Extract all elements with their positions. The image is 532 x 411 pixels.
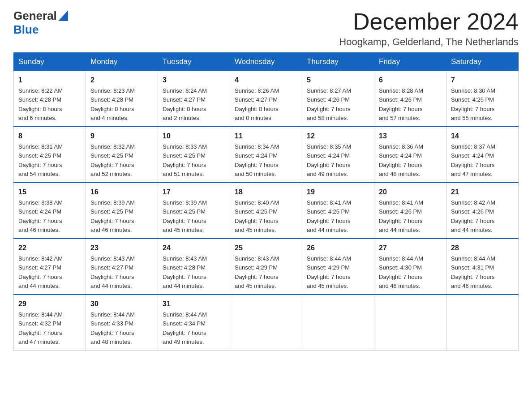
day-info: Sunrise: 8:31 AM Sunset: 4:25 PM Dayligh… [18, 143, 63, 177]
day-info: Sunrise: 8:43 AM Sunset: 4:28 PM Dayligh… [163, 255, 207, 289]
logo-general-text: General [13, 9, 57, 23]
day-number: 16 [90, 187, 153, 197]
day-info: Sunrise: 8:26 AM Sunset: 4:27 PM Dayligh… [235, 87, 279, 121]
calendar-cell: 19Sunrise: 8:41 AM Sunset: 4:25 PM Dayli… [302, 183, 374, 239]
calendar-header-row: SundayMondayTuesdayWednesdayThursdayFrid… [14, 53, 519, 71]
day-info: Sunrise: 8:22 AM Sunset: 4:28 PM Dayligh… [18, 87, 63, 121]
day-number: 23 [90, 243, 153, 253]
day-info: Sunrise: 8:42 AM Sunset: 4:27 PM Dayligh… [18, 255, 63, 289]
calendar-cell: 11Sunrise: 8:34 AM Sunset: 4:24 PM Dayli… [230, 127, 302, 183]
day-number: 30 [90, 299, 153, 309]
day-info: Sunrise: 8:34 AM Sunset: 4:24 PM Dayligh… [235, 143, 279, 177]
day-info: Sunrise: 8:33 AM Sunset: 4:25 PM Dayligh… [163, 143, 207, 177]
day-number: 6 [379, 75, 442, 86]
day-number: 22 [18, 243, 81, 253]
day-info: Sunrise: 8:23 AM Sunset: 4:28 PM Dayligh… [90, 87, 135, 121]
day-info: Sunrise: 8:39 AM Sunset: 4:25 PM Dayligh… [163, 199, 207, 233]
column-header-wednesday: Wednesday [230, 53, 302, 71]
location-subtitle: Hoogkamp, Gelderland, The Netherlands [339, 36, 519, 48]
column-header-saturday: Saturday [446, 53, 519, 71]
calendar-cell [302, 295, 374, 351]
day-info: Sunrise: 8:44 AM Sunset: 4:29 PM Dayligh… [307, 255, 351, 289]
day-info: Sunrise: 8:44 AM Sunset: 4:31 PM Dayligh… [451, 255, 495, 289]
day-number: 25 [235, 243, 297, 253]
day-number: 14 [451, 131, 514, 141]
day-number: 19 [307, 187, 369, 197]
day-info: Sunrise: 8:28 AM Sunset: 4:26 PM Dayligh… [379, 87, 423, 121]
calendar-cell: 21Sunrise: 8:42 AM Sunset: 4:26 PM Dayli… [446, 183, 519, 239]
calendar-cell: 18Sunrise: 8:40 AM Sunset: 4:25 PM Dayli… [230, 183, 302, 239]
calendar-cell [446, 295, 519, 351]
day-info: Sunrise: 8:36 AM Sunset: 4:24 PM Dayligh… [379, 143, 423, 177]
day-number: 9 [90, 131, 153, 141]
day-number: 10 [163, 131, 225, 141]
calendar-cell: 29Sunrise: 8:44 AM Sunset: 4:32 PM Dayli… [14, 295, 86, 351]
calendar-cell: 30Sunrise: 8:44 AM Sunset: 4:33 PM Dayli… [86, 295, 158, 351]
day-info: Sunrise: 8:30 AM Sunset: 4:25 PM Dayligh… [451, 87, 495, 121]
day-number: 31 [163, 299, 225, 309]
calendar-week-row: 29Sunrise: 8:44 AM Sunset: 4:32 PM Dayli… [14, 295, 519, 351]
day-number: 12 [307, 131, 369, 141]
calendar-cell: 12Sunrise: 8:35 AM Sunset: 4:24 PM Dayli… [302, 127, 374, 183]
calendar-cell: 28Sunrise: 8:44 AM Sunset: 4:31 PM Dayli… [446, 239, 519, 295]
calendar-cell: 3Sunrise: 8:24 AM Sunset: 4:27 PM Daylig… [158, 71, 230, 127]
day-info: Sunrise: 8:27 AM Sunset: 4:26 PM Dayligh… [307, 87, 351, 121]
day-info: Sunrise: 8:43 AM Sunset: 4:29 PM Dayligh… [235, 255, 279, 289]
calendar-cell: 23Sunrise: 8:43 AM Sunset: 4:27 PM Dayli… [86, 239, 158, 295]
day-info: Sunrise: 8:24 AM Sunset: 4:27 PM Dayligh… [163, 87, 207, 121]
day-number: 13 [379, 131, 442, 141]
calendar-cell: 20Sunrise: 8:41 AM Sunset: 4:26 PM Dayli… [374, 183, 446, 239]
day-number: 18 [235, 187, 297, 197]
calendar-cell: 1Sunrise: 8:22 AM Sunset: 4:28 PM Daylig… [14, 71, 86, 127]
day-number: 11 [235, 131, 297, 141]
logo-blue-text: Blue [13, 23, 39, 37]
calendar-cell: 5Sunrise: 8:27 AM Sunset: 4:26 PM Daylig… [302, 71, 374, 127]
calendar-cell: 9Sunrise: 8:32 AM Sunset: 4:25 PM Daylig… [86, 127, 158, 183]
day-info: Sunrise: 8:38 AM Sunset: 4:24 PM Dayligh… [18, 199, 63, 233]
day-number: 15 [18, 187, 81, 197]
svg-marker-0 [58, 10, 68, 21]
day-info: Sunrise: 8:41 AM Sunset: 4:25 PM Dayligh… [307, 199, 351, 233]
calendar-cell: 31Sunrise: 8:44 AM Sunset: 4:34 PM Dayli… [158, 295, 230, 351]
column-header-friday: Friday [374, 53, 446, 71]
logo: General Blue [13, 9, 68, 37]
calendar-cell: 13Sunrise: 8:36 AM Sunset: 4:24 PM Dayli… [374, 127, 446, 183]
calendar-cell: 15Sunrise: 8:38 AM Sunset: 4:24 PM Dayli… [14, 183, 86, 239]
calendar-cell: 26Sunrise: 8:44 AM Sunset: 4:29 PM Dayli… [302, 239, 374, 295]
day-info: Sunrise: 8:32 AM Sunset: 4:25 PM Dayligh… [90, 143, 135, 177]
calendar-cell: 24Sunrise: 8:43 AM Sunset: 4:28 PM Dayli… [158, 239, 230, 295]
day-number: 28 [451, 243, 514, 253]
day-number: 3 [163, 75, 225, 86]
day-number: 7 [451, 75, 514, 86]
column-header-thursday: Thursday [302, 53, 374, 71]
column-header-monday: Monday [86, 53, 158, 71]
calendar-cell: 10Sunrise: 8:33 AM Sunset: 4:25 PM Dayli… [158, 127, 230, 183]
day-info: Sunrise: 8:44 AM Sunset: 4:30 PM Dayligh… [379, 255, 423, 289]
calendar-cell: 4Sunrise: 8:26 AM Sunset: 4:27 PM Daylig… [230, 71, 302, 127]
day-number: 1 [18, 75, 81, 86]
calendar-table: SundayMondayTuesdayWednesdayThursdayFrid… [13, 52, 519, 351]
calendar-cell: 14Sunrise: 8:37 AM Sunset: 4:24 PM Dayli… [446, 127, 519, 183]
day-info: Sunrise: 8:40 AM Sunset: 4:25 PM Dayligh… [235, 199, 279, 233]
calendar-week-row: 15Sunrise: 8:38 AM Sunset: 4:24 PM Dayli… [14, 183, 519, 239]
day-info: Sunrise: 8:41 AM Sunset: 4:26 PM Dayligh… [379, 199, 423, 233]
day-number: 21 [451, 187, 514, 197]
calendar-cell: 7Sunrise: 8:30 AM Sunset: 4:25 PM Daylig… [446, 71, 519, 127]
calendar-cell: 17Sunrise: 8:39 AM Sunset: 4:25 PM Dayli… [158, 183, 230, 239]
day-number: 4 [235, 75, 297, 86]
month-title: December 2024 [339, 9, 519, 34]
calendar-cell [374, 295, 446, 351]
page-header: General Blue December 2024 Hoogkamp, Gel… [13, 9, 519, 48]
calendar-cell: 27Sunrise: 8:44 AM Sunset: 4:30 PM Dayli… [374, 239, 446, 295]
day-number: 8 [18, 131, 81, 141]
column-header-sunday: Sunday [14, 53, 86, 71]
day-number: 17 [163, 187, 225, 197]
day-info: Sunrise: 8:37 AM Sunset: 4:24 PM Dayligh… [451, 143, 495, 177]
day-number: 27 [379, 243, 442, 253]
day-number: 24 [163, 243, 225, 253]
calendar-cell: 16Sunrise: 8:39 AM Sunset: 4:25 PM Dayli… [86, 183, 158, 239]
day-info: Sunrise: 8:43 AM Sunset: 4:27 PM Dayligh… [90, 255, 135, 289]
day-number: 29 [18, 299, 81, 309]
day-info: Sunrise: 8:44 AM Sunset: 4:32 PM Dayligh… [18, 311, 63, 345]
calendar-cell: 2Sunrise: 8:23 AM Sunset: 4:28 PM Daylig… [86, 71, 158, 127]
